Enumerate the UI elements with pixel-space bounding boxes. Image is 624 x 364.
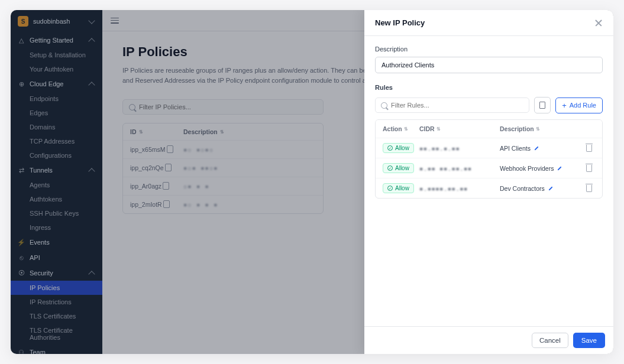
check-icon: ✓ bbox=[387, 186, 393, 191]
description-label: Description bbox=[375, 46, 603, 53]
trash-icon[interactable] bbox=[586, 145, 592, 152]
rule-cidr: ▪▪.▪▪.▪.▪▪ bbox=[419, 145, 500, 152]
save-button[interactable]: Save bbox=[573, 333, 605, 348]
trash-icon[interactable] bbox=[586, 185, 592, 192]
app-shell: S sudobinbash △ Getting Started Setup & … bbox=[11, 10, 613, 354]
plus-icon: + bbox=[562, 102, 567, 109]
filter-rules-input[interactable] bbox=[391, 102, 523, 109]
rule-description: Webhook Providers bbox=[500, 165, 554, 172]
sort-icon: ⇅ bbox=[536, 126, 540, 132]
import-button[interactable] bbox=[534, 97, 551, 113]
edit-icon[interactable] bbox=[548, 186, 554, 191]
rule-description: Dev Contractors bbox=[500, 185, 545, 192]
check-icon: ✓ bbox=[387, 145, 393, 151]
rules-label: Rules bbox=[375, 84, 603, 91]
column-description[interactable]: Description⇅ bbox=[500, 125, 583, 132]
allow-badge: ✓Allow bbox=[383, 143, 414, 153]
rule-description: API Clients bbox=[500, 145, 531, 152]
search-icon bbox=[381, 102, 387, 109]
sort-icon: ⇅ bbox=[437, 126, 441, 132]
allow-badge: ✓Allow bbox=[383, 163, 414, 173]
column-action[interactable]: Action⇅ bbox=[383, 125, 419, 132]
rule-row: ✓Allow ▪▪.▪▪.▪.▪▪ API Clients bbox=[376, 138, 602, 158]
filter-rules-box[interactable] bbox=[375, 98, 529, 113]
cancel-button[interactable]: Cancel bbox=[532, 333, 568, 348]
allow-badge: ✓Allow bbox=[383, 183, 414, 193]
rules-table: Action⇅ CIDR⇅ Description⇅ ✓Allow ▪▪.▪▪.… bbox=[375, 119, 603, 199]
close-icon[interactable] bbox=[594, 19, 603, 27]
add-rule-label: Add Rule bbox=[570, 102, 596, 109]
check-icon: ✓ bbox=[387, 165, 393, 171]
column-cidr[interactable]: CIDR⇅ bbox=[419, 125, 500, 132]
rule-cidr: ▪.▪▪▪▪.▪▪.▪▪ bbox=[419, 185, 500, 192]
new-ip-policy-panel: New IP Policy Description Rules +Add Rul… bbox=[364, 10, 613, 354]
edit-icon[interactable] bbox=[557, 165, 562, 171]
edit-icon[interactable] bbox=[534, 145, 539, 151]
doc-icon bbox=[539, 102, 545, 109]
description-input[interactable] bbox=[375, 57, 603, 73]
rule-row: ✓Allow ▪.▪▪▪▪.▪▪.▪▪ Dev Contractors bbox=[376, 178, 602, 198]
trash-icon[interactable] bbox=[586, 165, 592, 172]
sort-icon: ⇅ bbox=[404, 126, 408, 132]
panel-title: New IP Policy bbox=[375, 18, 425, 27]
rule-cidr: ▪.▪▪ ▪▪.▪▪.▪▪ bbox=[419, 165, 500, 172]
rule-row: ✓Allow ▪.▪▪ ▪▪.▪▪.▪▪ Webhook Providers bbox=[376, 158, 602, 178]
add-rule-button[interactable]: +Add Rule bbox=[555, 98, 603, 113]
